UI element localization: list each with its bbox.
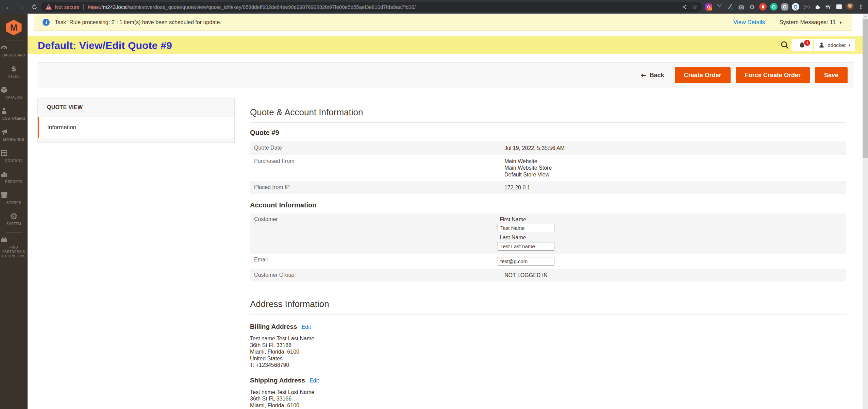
quote-view-panel-footer — [38, 138, 234, 142]
back-button[interactable]: ← Back — [641, 71, 664, 79]
sidebar-item-sales[interactable]: $ SALES — [0, 62, 28, 83]
quote-info-table: Quote Date Jul 19, 2022, 5:35:56 AM Purc… — [250, 141, 846, 194]
force-create-order-button[interactable]: Force Create Order — [736, 67, 810, 83]
sidebar-item-dashboard[interactable]: DASHBOARD — [0, 40, 28, 62]
shipping-edit-link[interactable]: Edit — [310, 378, 319, 384]
row-label: Customer Group — [250, 269, 504, 282]
last-name-input[interactable] — [498, 242, 554, 251]
scrollbar-thumb[interactable] — [863, 19, 868, 158]
sidebar-item-customers[interactable]: CUSTOMERS — [0, 104, 28, 125]
scrollbar-up-arrow[interactable]: ▲ — [863, 14, 868, 19]
not-secure-warning-icon — [46, 4, 52, 10]
first-name-input[interactable] — [498, 224, 554, 232]
quote-view-panel: QUOTE VIEW Information — [37, 98, 235, 143]
billing-address-block: Test name Test Last Name 36th St FL 3316… — [250, 335, 846, 369]
row-value: Main Website Main Website Store Default … — [504, 155, 846, 181]
q-lock-icon[interactable]: Q — [791, 2, 800, 11]
shipping-address-block: Test name Test Last Name 36th St FL 3316… — [250, 389, 846, 409]
scrollbar[interactable]: ▲ — [863, 14, 868, 409]
pen-icon[interactable] — [726, 2, 735, 11]
reports-icon — [0, 170, 28, 179]
sidebar-item-system[interactable]: ⚙ SYSTEM — [0, 209, 28, 230]
browser-reload-icon[interactable] — [30, 2, 39, 11]
dashboard-icon — [0, 44, 28, 52]
last-name-label: Last Name — [500, 234, 843, 241]
instagram-icon[interactable] — [704, 2, 713, 11]
table-row: Email — [250, 254, 846, 269]
screen: ← → Not secure https://m243.local/admin/… — [0, 0, 868, 409]
chevron-down-icon[interactable]: ▼ — [839, 20, 842, 24]
marketing-icon — [0, 128, 28, 137]
browser-forward-icon[interactable]: → — [17, 2, 26, 11]
address-bar[interactable]: Not secure https://m243.local/admin/over… — [41, 2, 702, 12]
share-icon[interactable] — [682, 4, 687, 10]
notifications-button[interactable]: 1 — [791, 39, 813, 51]
row-label: Quote Date — [250, 141, 504, 155]
browser-back-icon[interactable]: ← — [4, 2, 13, 11]
first-name-label: First Name — [500, 216, 843, 223]
browser-menu-dots-icon[interactable]: ⋮ — [856, 2, 865, 11]
table-row: Customer First Name Last Name — [250, 214, 846, 254]
username: odocker — [828, 42, 846, 48]
browser-bar: ← → Not secure https://m243.local/admin/… — [0, 0, 868, 14]
profile-avatar[interactable] — [846, 2, 854, 11]
shipping-address-header: Shipping Address Edit — [250, 377, 846, 384]
table-row: Placed from IP 172.20.0.1 — [250, 181, 846, 194]
tab-information[interactable]: Information — [38, 117, 234, 138]
shipping-address-heading: Shipping Address — [250, 377, 305, 384]
save-button[interactable]: Save — [815, 67, 848, 83]
sidebar-item-content[interactable]: CONTENT — [0, 146, 28, 167]
info-icon: i — [43, 19, 50, 26]
row-label: Email — [250, 254, 504, 269]
view-details-link[interactable]: View Details — [733, 19, 765, 26]
puzzle-extensions-icon[interactable] — [813, 2, 822, 11]
sidebar-item-find-partners[interactable]: FIND PARTNERS & EXTENSIONS — [0, 233, 28, 258]
fork-icon[interactable] — [715, 2, 724, 11]
system-message-text: Task "Rule processing: 2": 1 item(s) hav… — [55, 19, 221, 25]
extensions-row: ⚙ G Q (≡) ⋮ — [703, 0, 868, 14]
security-chip[interactable]: Not secure — [55, 4, 80, 10]
omnibox-divider — [83, 4, 84, 10]
billing-address-header: Billing Address Edit — [250, 323, 846, 330]
create-order-button[interactable]: Create Order — [675, 67, 731, 83]
camera-icon[interactable] — [737, 2, 746, 11]
notification-count-badge: 1 — [804, 40, 810, 46]
bookmark-star-icon[interactable]: ☆ — [692, 3, 697, 11]
sidebar-item-marketing[interactable]: MARKETING — [0, 125, 28, 146]
gear-icon[interactable]: ⚙ — [748, 2, 756, 11]
billing-edit-link[interactable]: Edit — [302, 324, 311, 330]
row-value: 172.20.0.1 — [504, 181, 846, 194]
screen-recorder-icon[interactable] — [780, 2, 789, 11]
quote-number-heading: Quote #9 — [250, 129, 846, 137]
magento-logo[interactable]: M — [6, 20, 22, 35]
sidebar-panel-icon[interactable] — [835, 2, 844, 11]
account-information-heading: Account Information — [250, 201, 846, 209]
row-label: Customer — [250, 214, 504, 254]
billing-address-heading: Billing Address — [250, 323, 297, 330]
sidebar-item-catalog[interactable]: CATALOG — [0, 83, 28, 104]
url-text[interactable]: https://m243.local/admin/overdose_quote/… — [88, 4, 416, 10]
sidebar-item-stores[interactable]: STORES — [0, 188, 28, 209]
system-message-bar: i Task "Rule processing: 2": 1 item(s) h… — [34, 14, 852, 31]
playlist-icon[interactable] — [824, 2, 833, 11]
page-actions-toolbar: ← Back Create Order Force Create Order S… — [37, 62, 854, 88]
stop-hand-icon[interactable] — [758, 2, 767, 11]
row-label: Placed from IP — [250, 181, 504, 194]
user-menu[interactable]: odocker ▾ — [814, 39, 855, 51]
email-input[interactable] — [498, 257, 554, 266]
extensions-brick-icon — [0, 236, 28, 244]
sidebar-item-reports[interactable]: REPORTS — [0, 167, 28, 188]
system-messages-count[interactable]: System Messages: 11 — [779, 19, 836, 26]
page-title: Default: View/Edit Quote #9 — [38, 40, 172, 51]
catalog-icon — [0, 86, 28, 95]
user-icon — [818, 42, 825, 48]
section-title-address-information: Address Information — [250, 299, 846, 314]
table-row: Customer Group NOT LOGGED IN — [250, 269, 846, 282]
grammarly-icon[interactable]: G — [769, 2, 778, 11]
braces-icon[interactable]: (≡) — [802, 2, 811, 11]
search-icon[interactable] — [780, 40, 789, 50]
quote-view-panel-title: QUOTE VIEW — [38, 98, 234, 117]
customers-icon — [0, 107, 28, 116]
account-info-table: Customer First Name Last Name Email Cust… — [250, 214, 846, 282]
row-value: NOT LOGGED IN — [504, 269, 846, 282]
